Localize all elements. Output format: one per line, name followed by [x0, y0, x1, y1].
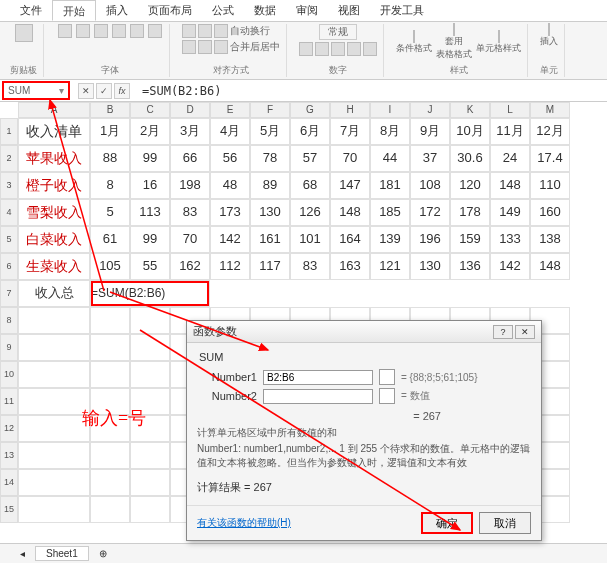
underline-icon[interactable]: [94, 24, 108, 38]
cell-L6[interactable]: 142: [490, 253, 530, 280]
cell-F1[interactable]: 5月: [250, 118, 290, 145]
cell-G1[interactable]: 6月: [290, 118, 330, 145]
cell-L1[interactable]: 11月: [490, 118, 530, 145]
cell-D5[interactable]: 70: [170, 226, 210, 253]
cell-F2[interactable]: 78: [250, 145, 290, 172]
cell-L3[interactable]: 148: [490, 172, 530, 199]
fx-button[interactable]: fx: [114, 83, 130, 99]
dialog-help-link[interactable]: 有关该函数的帮助(H): [197, 516, 291, 530]
col-header-D[interactable]: D: [170, 102, 210, 118]
col-header-J[interactable]: J: [410, 102, 450, 118]
cell-K4[interactable]: 178: [450, 199, 490, 226]
cell-B5[interactable]: 61: [90, 226, 130, 253]
arg2-range-picker-icon[interactable]: [379, 388, 395, 404]
cell-A14[interactable]: [18, 469, 90, 496]
border-icon[interactable]: [112, 24, 126, 38]
comma-icon[interactable]: [331, 42, 345, 56]
cell-A12[interactable]: [18, 415, 90, 442]
cell-C3[interactable]: 16: [130, 172, 170, 199]
cell-B15[interactable]: [90, 496, 130, 523]
currency-icon[interactable]: [299, 42, 313, 56]
col-header-M[interactable]: M: [530, 102, 570, 118]
dialog-cancel-button[interactable]: 取消: [479, 512, 531, 534]
cell-B2[interactable]: 88: [90, 145, 130, 172]
row-header-4[interactable]: 4: [0, 199, 18, 226]
cell-A10[interactable]: [18, 361, 90, 388]
col-header-B[interactable]: B: [90, 102, 130, 118]
cond-format-icon[interactable]: [413, 30, 415, 43]
dialog-ok-button[interactable]: 确定: [421, 512, 473, 534]
cell-B8[interactable]: [90, 307, 130, 334]
italic-icon[interactable]: [76, 24, 90, 38]
cell-C9[interactable]: [130, 334, 170, 361]
col-header-F[interactable]: F: [250, 102, 290, 118]
percent-icon[interactable]: [315, 42, 329, 56]
col-header-E[interactable]: E: [210, 102, 250, 118]
ribbon-tab-7[interactable]: 视图: [328, 0, 370, 21]
wrap-text-button[interactable]: 自动换行: [230, 24, 270, 38]
cell-C14[interactable]: [130, 469, 170, 496]
cell-L2[interactable]: 24: [490, 145, 530, 172]
cell-A13[interactable]: [18, 442, 90, 469]
row-header-9[interactable]: 9: [0, 334, 18, 361]
cell-F5[interactable]: 161: [250, 226, 290, 253]
cell-K2[interactable]: 30.6: [450, 145, 490, 172]
cell-C5[interactable]: 99: [130, 226, 170, 253]
cell-I2[interactable]: 44: [370, 145, 410, 172]
cell-J5[interactable]: 196: [410, 226, 450, 253]
row-header-3[interactable]: 3: [0, 172, 18, 199]
font-color-icon[interactable]: [148, 24, 162, 38]
cell-A9[interactable]: [18, 334, 90, 361]
cell-J1[interactable]: 9月: [410, 118, 450, 145]
cell-M1[interactable]: 12月: [530, 118, 570, 145]
cell-C10[interactable]: [130, 361, 170, 388]
row-header-14[interactable]: 14: [0, 469, 18, 496]
cell-G4[interactable]: 126: [290, 199, 330, 226]
cell-A4[interactable]: 雪梨收入: [18, 199, 90, 226]
cell-H2[interactable]: 70: [330, 145, 370, 172]
cell-A6[interactable]: 生菜收入: [18, 253, 90, 280]
arg2-input[interactable]: [263, 389, 373, 404]
cell-I3[interactable]: 181: [370, 172, 410, 199]
align-mid-icon[interactable]: [198, 24, 212, 38]
name-box[interactable]: SUM ▾: [2, 81, 70, 100]
ribbon-tab-1[interactable]: 开始: [52, 0, 96, 21]
ribbon-tab-4[interactable]: 公式: [202, 0, 244, 21]
sheet-tab-1[interactable]: Sheet1: [35, 546, 89, 561]
dialog-titlebar[interactable]: 函数参数 ? ✕: [187, 321, 541, 343]
cell-F3[interactable]: 89: [250, 172, 290, 199]
col-header-A[interactable]: A: [18, 102, 90, 118]
dec-decimal-icon[interactable]: [363, 42, 377, 56]
cell-J2[interactable]: 37: [410, 145, 450, 172]
align-center-icon[interactable]: [198, 40, 212, 54]
cell-I4[interactable]: 185: [370, 199, 410, 226]
cell-C4[interactable]: 113: [130, 199, 170, 226]
cell-M6[interactable]: 148: [530, 253, 570, 280]
col-header-I[interactable]: I: [370, 102, 410, 118]
col-header-H[interactable]: H: [330, 102, 370, 118]
sheet-nav-first-icon[interactable]: ◂: [20, 548, 25, 559]
cell-B9[interactable]: [90, 334, 130, 361]
cell-L5[interactable]: 133: [490, 226, 530, 253]
cell-A15[interactable]: [18, 496, 90, 523]
cell-K3[interactable]: 120: [450, 172, 490, 199]
cell-J4[interactable]: 172: [410, 199, 450, 226]
arg1-range-picker-icon[interactable]: [379, 369, 395, 385]
cell-B3[interactable]: 8: [90, 172, 130, 199]
cell-B13[interactable]: [90, 442, 130, 469]
cell-F4[interactable]: 130: [250, 199, 290, 226]
ribbon-tab-6[interactable]: 审阅: [286, 0, 328, 21]
cell-A11[interactable]: [18, 388, 90, 415]
help-window-button[interactable]: ?: [493, 325, 513, 339]
cell-A5[interactable]: 白菜收入: [18, 226, 90, 253]
cell-G3[interactable]: 68: [290, 172, 330, 199]
cell-I1[interactable]: 8月: [370, 118, 410, 145]
align-bot-icon[interactable]: [214, 24, 228, 38]
cell-C2[interactable]: 99: [130, 145, 170, 172]
cell-E1[interactable]: 4月: [210, 118, 250, 145]
cell-E5[interactable]: 142: [210, 226, 250, 253]
cell-F6[interactable]: 117: [250, 253, 290, 280]
cell-H4[interactable]: 148: [330, 199, 370, 226]
cell-A1[interactable]: 收入清单: [18, 118, 90, 145]
chevron-down-icon[interactable]: ▾: [59, 85, 64, 96]
